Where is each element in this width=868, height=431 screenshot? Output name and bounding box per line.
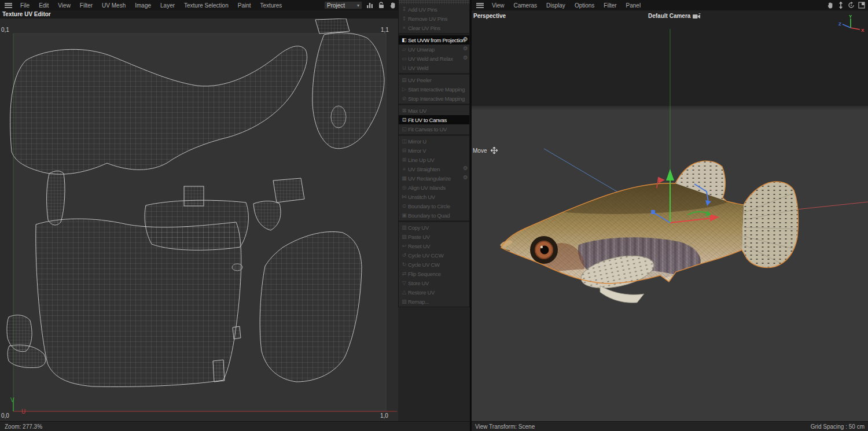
menu-uv-mesh[interactable]: UV Mesh [97,2,130,9]
cmd-cycle-uv-ccw[interactable]: ↺Cycle UV CCW [399,251,469,260]
command-label: Max UV [408,108,426,114]
chevron-down-icon: ▾ [357,3,359,8]
menu-paint[interactable]: Paint [233,2,256,9]
cmd-line-up-uv[interactable]: ⊞Line Up UV [399,155,469,164]
uv-mapping-group: ▤UV Peeler ▷Start Interactive Mapping ⊘S… [399,73,469,104]
cmd-paste-uv[interactable]: ▧Paste UV [399,232,469,241]
grid-spacing-status: Grid Spacing : 50 cm [811,423,865,430]
gizmo-y-label: Y [849,14,852,19]
menu-options[interactable]: Options [570,2,599,9]
cmd-boundary-to-circle[interactable]: ⊙Boundary to Circle [399,201,469,211]
command-label: Reset UV [408,243,430,249]
command-label: Restore UV [408,289,435,296]
frame-all-icon[interactable] [837,1,845,9]
cmd-mirror-v[interactable]: ⊟Mirror V [399,146,469,155]
hand-icon[interactable] [826,1,834,9]
remove-pin-icon: ↥ [400,16,408,21]
reset-view-icon[interactable] [847,1,855,9]
z-axis-dot [651,210,655,214]
cmd-remove-uv-pins[interactable]: ↥Remove UV Pins [399,14,469,23]
cmd-uv-unwrap[interactable]: ▱UV Unwrap⚙ [399,45,469,54]
paste-icon: ▧ [400,234,408,240]
command-label: Cycle UV CW [408,261,440,268]
lock-icon[interactable] [377,1,385,9]
cmd-set-uvw-from-projection[interactable]: ◧Set UVW from Projection⚙ [399,35,469,45]
cmd-remap[interactable]: ▨Remap... [399,297,469,306]
uv-corner-top-left: 0,1 [1,27,9,33]
command-label: Copy UV [408,224,429,231]
cmd-store-uv[interactable]: ▽Store UV [399,278,469,288]
cmd-uv-weld-and-relax[interactable]: ▭UV Weld and Relax⚙ [399,54,469,63]
cmd-mirror-u[interactable]: ◫Mirror U [399,137,469,146]
fit-uv-icon: ⊡ [400,117,408,123]
uv-projection-group: ◧Set UVW from Projection⚙ ▱UV Unwrap⚙ ▭U… [399,33,469,73]
menu-textures[interactable]: Textures [256,2,287,9]
fish-model[interactable] [495,161,798,303]
menu-texture-selection[interactable]: Texture Selection [179,2,233,9]
camera-label-text: Default Camera [648,13,690,19]
active-tool-indicator[interactable]: Move [473,147,498,154]
cmd-copy-uv[interactable]: ▥Copy UV [399,223,469,232]
cmd-unstitch-uv[interactable]: ⋈Unstitch UV [399,192,469,201]
menu-filter[interactable]: Filter [599,2,621,9]
panel-layout-icon[interactable] [858,1,866,9]
view-mode-label[interactable]: Perspective [473,13,506,19]
menu-cameras[interactable]: Cameras [509,2,542,9]
command-label: Fit UV to Canvas [408,117,447,123]
cmd-add-uv-pins[interactable]: ↧Add UV Pins [399,5,469,14]
flip-sequence-icon: ⇄ [400,271,408,277]
gear-icon[interactable]: ⚙ [463,45,468,51]
uv-clipboard-group: ▥Copy UV ▧Paste UV ↩Reset UV ↺Cycle UV C… [399,220,469,307]
cmd-restore-uv[interactable]: △Restore UV [399,288,469,297]
cmd-max-uv[interactable]: ⊠Max UV [399,106,469,115]
menu-hamburger-icon[interactable] [5,3,12,8]
stop-icon: ⊘ [400,95,408,101]
align-islands-icon: ◎ [400,185,408,190]
orientation-axis-gizmo[interactable]: Y Z X [838,14,865,36]
cmd-uv-rectangularize[interactable]: ▦UV Rectangularize⚙ [399,174,469,183]
palette-drag-grip[interactable] [399,0,469,4]
peeler-icon: ▤ [400,77,408,83]
cmd-uv-straighten[interactable]: ≡UV Straighten⚙ [399,164,469,174]
cmd-stop-interactive-mapping[interactable]: ⊘Stop Interactive Mapping [399,94,469,103]
camera-label[interactable]: Default Camera [648,13,701,19]
gear-icon[interactable]: ⚙ [463,165,468,171]
cmd-clear-uv-pins[interactable]: ×Clear UV Pins [399,23,469,32]
cmd-uv-weld[interactable]: ⊔UV Weld [399,63,469,72]
cmd-boundary-to-quad[interactable]: ▣Boundary to Quad [399,211,469,220]
gear-icon[interactable]: ⚙ [463,54,468,61]
menu-view[interactable]: View [487,2,509,9]
menu-layer[interactable]: Layer [156,2,179,9]
cmd-cycle-uv-cw[interactable]: ↻Cycle UV CW [399,260,469,269]
menu-display[interactable]: Display [542,2,570,9]
application-window: File Edit View Filter UV Mesh Image Laye… [0,0,868,431]
menu-edit[interactable]: Edit [34,2,53,9]
menu-view[interactable]: View [53,2,75,9]
command-label: UV Unwrap [408,46,435,53]
gear-icon[interactable]: ⚙ [463,36,468,42]
cmd-start-interactive-mapping[interactable]: ▷Start Interactive Mapping [399,84,469,94]
histogram-icon[interactable] [366,1,374,9]
weld-relax-icon: ▭ [400,56,408,61]
viewport-3d[interactable]: Perspective Default Camera Move [472,10,868,421]
menu-hamburger-icon[interactable] [476,3,484,8]
cmd-fit-canvas-to-uv[interactable]: ◱Fit Canvas to UV [399,124,469,134]
menu-image[interactable]: Image [130,2,156,9]
cmd-reset-uv[interactable]: ↩Reset UV [399,241,469,251]
cmd-flip-sequence[interactable]: ⇄Flip Sequence [399,269,469,278]
cmd-uv-peeler[interactable]: ▤UV Peeler [399,75,469,84]
rectangularize-icon: ▦ [400,175,408,181]
uv-canvas[interactable]: V U 0,1 1,1 0,0 1,0 [0,19,398,421]
cmd-align-uv-islands[interactable]: ◎Align UV Islands [399,183,469,192]
menu-filter[interactable]: Filter [75,2,97,9]
hand-icon[interactable] [389,1,397,9]
menu-panel[interactable]: Panel [621,2,646,9]
project-dropdown[interactable]: Project ▾ [324,1,362,9]
cmd-fit-uv-to-canvas[interactable]: ⊡Fit UV to Canvas [399,115,469,124]
add-pin-icon: ↧ [400,6,408,12]
gear-icon[interactable]: ⚙ [463,174,468,180]
command-label: Flip Sequence [408,271,441,277]
unstitch-icon: ⋈ [400,194,408,200]
straighten-icon: ≡ [400,166,408,172]
menu-file[interactable]: File [16,2,34,9]
